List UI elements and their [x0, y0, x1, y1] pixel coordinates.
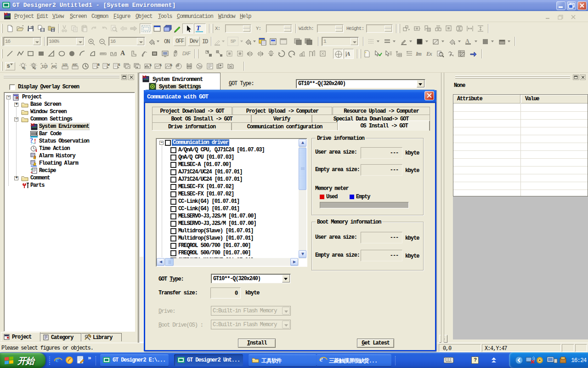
- svg-text:5: 5: [150, 63, 152, 67]
- svg-text:ASC: ASC: [51, 64, 57, 69]
- svg-text:5: 5: [160, 63, 162, 67]
- svg-text:B: B: [23, 67, 26, 70]
- svg-text:5: 5: [170, 63, 172, 67]
- svg-text:W: W: [107, 63, 110, 67]
- svg-text:W: W: [34, 67, 36, 70]
- svg-text:123: 123: [41, 64, 48, 69]
- svg-text:5: 5: [118, 63, 120, 67]
- svg-text:B: B: [97, 63, 100, 67]
